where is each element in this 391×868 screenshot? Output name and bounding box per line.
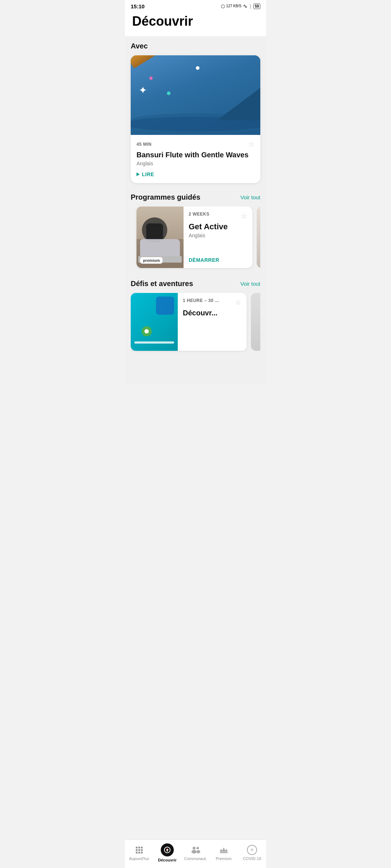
- compass-icon: [164, 847, 171, 853]
- sparkle-decoration: ✦: [139, 84, 147, 96]
- white-dot: [196, 66, 199, 70]
- read-button-label: LIRE: [142, 171, 154, 177]
- svg-point-1: [192, 850, 197, 854]
- program-meta-row: 2 WEEKS ☆: [189, 212, 247, 220]
- smartwatch: [146, 223, 164, 241]
- compass-needle-down: [166, 849, 168, 852]
- page-title: Découvrir: [132, 14, 259, 29]
- defis-section-title: Défis et aventures: [131, 280, 193, 288]
- dot: [136, 849, 138, 851]
- status-icons: ⬡ 127 KB/S ∿ ⎱ 59: [221, 3, 260, 9]
- program-card-get-active[interactable]: premium 2 WEEKS ☆ Get Active Anglais DÉM…: [136, 207, 252, 268]
- svg-point-0: [193, 847, 196, 850]
- battery-indicator: 59: [253, 4, 260, 9]
- map-blue-shape: [156, 297, 174, 315]
- dot: [136, 847, 138, 848]
- card-title: Bansuri Flute with Gentle Waves: [136, 151, 255, 159]
- programs-section: Programmes guidés Voir tout premium: [125, 186, 266, 272]
- program-language: Anglais: [189, 233, 247, 238]
- programs-section-header: Programmes guidés Voir tout: [131, 193, 260, 201]
- play-icon: [136, 173, 140, 176]
- premium-svg: [219, 846, 228, 854]
- defi-card-image: [131, 293, 178, 351]
- nav-item-premium[interactable]: Premium: [210, 845, 238, 861]
- discover-label: Découvrir: [158, 858, 176, 862]
- avec-section: Avec ✦ ★: [125, 36, 266, 186]
- wifi-icon: ∿: [243, 3, 248, 9]
- covid-icon: +: [247, 845, 257, 855]
- programs-scroll: premium 2 WEEKS ☆ Get Active Anglais DÉM…: [131, 207, 260, 269]
- discover-icon: [161, 843, 174, 856]
- read-button[interactable]: LIRE: [136, 171, 154, 177]
- dot: [141, 852, 143, 854]
- nav-item-covid[interactable]: + COVID-19: [238, 845, 266, 861]
- program-card-image: premium: [136, 207, 184, 268]
- nav-item-discover[interactable]: Découvrir: [153, 843, 181, 862]
- defi-info: 1 HEURE – 30 ... ☆ Découvr...: [178, 293, 247, 351]
- map-scene: [131, 293, 178, 351]
- today-icon: [134, 845, 144, 855]
- favorite-icon[interactable]: ☆: [248, 140, 255, 149]
- programs-see-all[interactable]: Voir tout: [240, 194, 260, 200]
- defis-see-all[interactable]: Voir tout: [240, 281, 260, 287]
- main-content: Avec ✦ ★: [125, 36, 266, 384]
- page-header: Découvrir: [125, 11, 266, 36]
- data-speed: 127 KB/S: [226, 4, 241, 8]
- bottom-nav: Aujourd'hui Découvrir Communaut.: [125, 839, 266, 868]
- featured-card-info: 45 MIN ☆ Bansuri Flute with Gentle Waves…: [131, 135, 260, 183]
- defis-section-header: Défis et aventures Voir tout: [131, 280, 260, 288]
- program-title: Get Active: [189, 222, 247, 231]
- status-bar: 15:10 ⬡ 127 KB/S ∿ ⎱ 59: [125, 0, 266, 11]
- nav-item-community[interactable]: Communaut.: [181, 845, 210, 861]
- defi-duration: 1 HEURE – 30 ...: [183, 298, 219, 303]
- nav-item-today[interactable]: Aujourd'hui: [125, 845, 153, 861]
- teal-dot: [167, 92, 171, 95]
- signal-icon: ⎱: [249, 4, 252, 9]
- dot: [138, 847, 140, 848]
- card-meta-row: 45 MIN ☆: [136, 140, 255, 149]
- defi-title: Découvr...: [183, 309, 241, 317]
- map-green-dot: [142, 326, 152, 336]
- svg-rect-4: [220, 852, 228, 853]
- partial-card-bg: [257, 207, 260, 268]
- star-decoration: ★: [148, 74, 154, 82]
- defis-scroll: 1 HEURE – 30 ... ☆ Découvr...: [131, 293, 260, 352]
- premium-badge: premium: [140, 257, 163, 264]
- map-road: [134, 341, 174, 344]
- bluetooth-icon: ⬡: [221, 4, 225, 9]
- today-dot-grid: [136, 847, 143, 854]
- status-time: 15:10: [131, 3, 144, 9]
- sneaker-top: [140, 239, 180, 257]
- program-favorite-icon[interactable]: ☆: [241, 212, 247, 220]
- featured-card-image: ✦ ★: [131, 55, 260, 135]
- card-language: Anglais: [136, 161, 255, 166]
- dot: [141, 849, 143, 851]
- svg-point-3: [197, 850, 200, 854]
- avec-label: Avec: [131, 42, 260, 50]
- today-label: Aujourd'hui: [129, 856, 149, 861]
- defi-card-partial[interactable]: [251, 293, 260, 351]
- defi-favorite-icon[interactable]: ☆: [235, 298, 241, 307]
- card-duration: 45 MIN: [136, 142, 152, 147]
- dot: [141, 847, 143, 848]
- featured-card[interactable]: ✦ ★ 45 MIN ☆ Bansuri Flute with Gentle W…: [131, 55, 260, 183]
- premium-label: Premium: [216, 856, 232, 861]
- defi-card-1[interactable]: 1 HEURE – 30 ... ☆ Découvr...: [131, 293, 247, 351]
- premium-icon: [219, 845, 229, 855]
- program-weeks: 2 WEEKS: [189, 212, 210, 217]
- community-label: Communaut.: [184, 856, 207, 861]
- dot: [138, 852, 140, 854]
- plus-circle-icon: +: [247, 845, 257, 855]
- defis-section: Défis et aventures Voir tout 1 HEURE – 3…: [125, 272, 266, 355]
- svg-point-2: [197, 847, 199, 850]
- program-card-partial[interactable]: [257, 207, 260, 268]
- start-button[interactable]: DÉMARRER: [189, 257, 247, 263]
- program-info: 2 WEEKS ☆ Get Active Anglais DÉMARRER: [184, 207, 252, 268]
- defi-meta-row: 1 HEURE – 30 ... ☆: [183, 298, 241, 307]
- community-svg: [191, 846, 200, 854]
- covid-label: COVID-19: [243, 856, 261, 861]
- dot: [136, 852, 138, 854]
- programs-section-title: Programmes guidés: [131, 193, 200, 201]
- dot: [138, 849, 140, 851]
- mountain-decoration: [217, 88, 260, 120]
